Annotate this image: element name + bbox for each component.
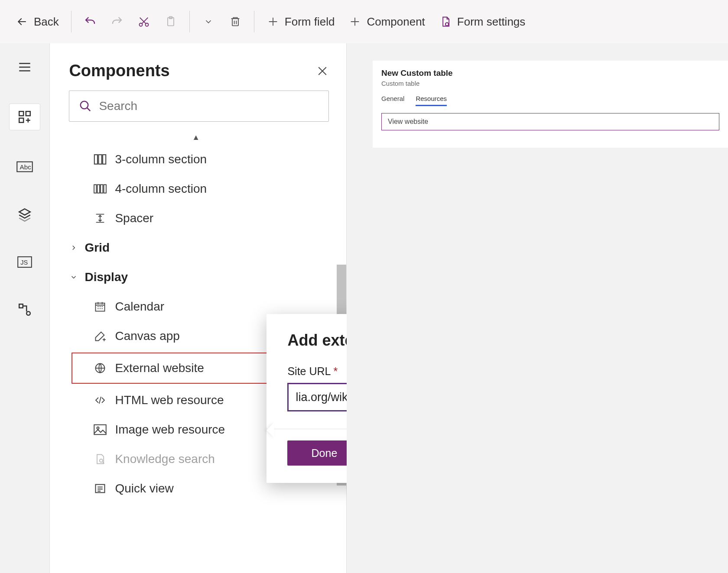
component-label: Component — [367, 15, 425, 29]
add-component-button[interactable]: Component — [341, 9, 432, 35]
redo-icon — [110, 15, 124, 28]
svg-rect-22 — [104, 185, 106, 193]
tree-label: Calendar — [115, 300, 164, 314]
undo-icon — [84, 15, 97, 28]
paste-dropdown-button[interactable] — [195, 9, 222, 35]
divider — [189, 11, 190, 32]
columns-3-icon — [93, 152, 107, 166]
svg-rect-13 — [19, 304, 23, 308]
cut-icon — [137, 15, 150, 28]
tab-general[interactable]: General — [381, 95, 404, 106]
panel-close-button[interactable] — [316, 65, 329, 78]
redo-button[interactable] — [104, 9, 130, 35]
form-settings-label: Form settings — [457, 15, 526, 29]
plus-icon — [348, 15, 361, 28]
calendar-icon — [93, 300, 107, 314]
list-icon — [93, 482, 107, 495]
globe-icon — [93, 361, 107, 375]
svg-point-14 — [26, 311, 30, 315]
back-button[interactable]: Back — [9, 9, 66, 35]
svg-rect-4 — [232, 19, 238, 26]
search-input[interactable] — [99, 99, 319, 113]
trash-icon — [229, 15, 242, 28]
divider — [254, 11, 254, 32]
scroll-up-arrow[interactable]: ▲ — [50, 130, 342, 145]
svg-rect-8 — [19, 118, 23, 123]
rail-js-button[interactable]: JS — [12, 251, 38, 273]
tree-group-label: Display — [84, 270, 128, 284]
chevron-right-icon — [69, 243, 78, 253]
tree-label: Spacer — [115, 211, 153, 225]
tree-label: 3-column section — [115, 152, 207, 166]
section-view-website[interactable]: View website — [381, 113, 719, 130]
svg-point-1 — [145, 23, 148, 26]
tree-label: Quick view — [115, 482, 173, 495]
svg-text:Abc: Abc — [20, 163, 32, 171]
tree-item-spacer[interactable]: Spacer — [50, 204, 342, 233]
paste-icon — [164, 15, 177, 28]
svg-rect-6 — [19, 111, 23, 116]
add-form-field-button[interactable]: Form field — [260, 9, 342, 35]
form-tabs: General Resources — [381, 95, 719, 106]
tree-label: External website — [115, 361, 204, 375]
svg-rect-20 — [98, 185, 100, 193]
required-asterisk: * — [333, 365, 338, 377]
panel-header: Components — [50, 43, 346, 91]
pencil-plus-icon — [93, 329, 107, 343]
svg-point-27 — [100, 459, 103, 462]
search-box[interactable] — [69, 91, 329, 122]
chevron-down-icon — [69, 272, 78, 282]
tree-label: Image web resource — [115, 423, 225, 437]
form-surface[interactable]: New Custom table Custom table General Re… — [373, 61, 728, 148]
rail-flow-button[interactable] — [12, 299, 38, 320]
paste-button[interactable] — [157, 9, 184, 35]
tree-label: Knowledge search — [115, 452, 214, 466]
rail-fields-button[interactable]: Abc — [12, 156, 38, 178]
tab-resources[interactable]: Resources — [416, 95, 447, 106]
search-icon — [79, 100, 92, 113]
cut-button[interactable] — [130, 9, 157, 35]
svg-point-26 — [97, 427, 99, 429]
top-toolbar: Back Form field — [0, 0, 728, 43]
form-field-label: Form field — [285, 15, 335, 29]
document-gear-icon — [439, 15, 452, 28]
tree-group-label: Grid — [84, 241, 110, 255]
main-area: Abc JS Components ▲ — [0, 43, 728, 573]
svg-rect-21 — [101, 185, 103, 193]
rail-components-button[interactable] — [10, 104, 40, 130]
doc-search-icon — [93, 452, 107, 466]
arrow-left-icon — [16, 15, 29, 28]
code-icon — [93, 393, 107, 407]
tree-item-3col[interactable]: 3-column section — [50, 145, 342, 174]
svg-rect-17 — [99, 155, 102, 164]
hamburger-button[interactable] — [12, 56, 38, 78]
chevron-down-icon — [202, 15, 215, 28]
svg-text:JS: JS — [20, 259, 28, 266]
svg-point-5 — [445, 23, 448, 26]
rail-tree-button[interactable] — [12, 204, 38, 225]
svg-rect-18 — [103, 155, 106, 164]
svg-rect-19 — [94, 185, 96, 193]
tree-item-4col[interactable]: 4-column section — [50, 174, 342, 204]
form-settings-button[interactable]: Form settings — [432, 9, 533, 35]
panel-title: Components — [69, 62, 169, 80]
tree-group-grid[interactable]: Grid — [50, 233, 342, 262]
form-subtitle: Custom table — [381, 80, 719, 87]
svg-rect-16 — [94, 155, 98, 164]
components-panel: Components ▲ 3-column section 4-column s… — [50, 43, 347, 573]
back-label: Back — [34, 15, 59, 29]
plus-icon — [266, 15, 280, 28]
tree-label: HTML web resource — [115, 393, 224, 407]
form-canvas: New Custom table Custom table General Re… — [347, 43, 728, 573]
search-wrap — [50, 91, 346, 130]
svg-point-0 — [139, 23, 142, 26]
tree-group-display[interactable]: Display — [50, 262, 342, 292]
undo-button[interactable] — [77, 9, 104, 35]
form-title: New Custom table — [381, 68, 719, 78]
columns-4-icon — [93, 182, 107, 196]
delete-button[interactable] — [222, 9, 249, 35]
left-nav-rail: Abc JS — [0, 43, 50, 573]
image-icon — [93, 423, 107, 437]
svg-rect-7 — [26, 111, 30, 116]
svg-point-15 — [81, 101, 88, 109]
